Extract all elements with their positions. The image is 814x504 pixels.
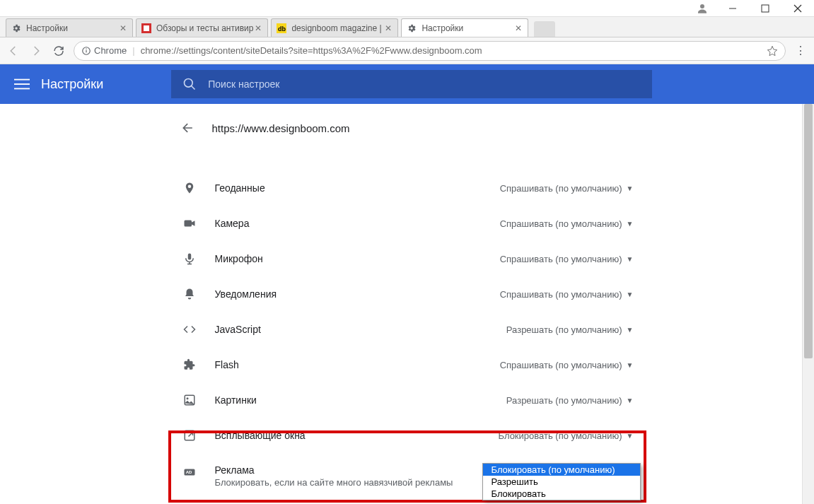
tab-title: Обзоры и тесты антивир: [156, 23, 253, 33]
nav-reload-button[interactable]: [51, 43, 66, 59]
svg-point-0: [700, 4, 704, 8]
perm-label: Картинки: [215, 394, 506, 406]
tab-close-icon[interactable]: ✕: [383, 23, 393, 33]
perm-row-flash: Flash Спрашивать (по умолчанию)▼: [167, 347, 648, 382]
perm-row-camera: Камера Спрашивать (по умолчанию)▼: [167, 206, 648, 241]
chevron-down-icon: ▼: [627, 184, 634, 192]
svg-rect-17: [184, 221, 192, 227]
chevron-down-icon: ▼: [627, 291, 634, 298]
chevron-down-icon: ▼: [627, 397, 634, 404]
perm-select-javascript[interactable]: Разрешать (по умолчанию)▼: [506, 324, 634, 335]
perm-label: Реклама: [215, 464, 499, 476]
tab-close-icon[interactable]: ✕: [118, 23, 128, 33]
ad-icon: AD: [181, 466, 198, 479]
svg-line-16: [192, 86, 195, 90]
window-maximize-button[interactable]: [749, 0, 781, 17]
svg-text:AD: AD: [185, 470, 192, 474]
gear-icon: [406, 23, 417, 34]
location-icon: [181, 182, 198, 194]
perm-row-popups: Всплывающие окна Блокировать (по умолчан…: [167, 418, 648, 453]
dropdown-option[interactable]: Блокировать: [483, 488, 640, 500]
svg-rect-6: [144, 25, 149, 31]
bell-icon: [181, 288, 198, 300]
scrollbar-thumb[interactable]: [804, 104, 813, 358]
settings-search-input[interactable]: [208, 78, 641, 90]
omnibox[interactable]: Chrome | chrome://settings/content/siteD…: [74, 41, 786, 61]
svg-text:db: db: [278, 25, 286, 33]
user-account-icon[interactable]: [688, 0, 716, 17]
perm-row-geolocation: Геоданные Спрашивать (по умолчанию)▼: [167, 170, 648, 206]
popup-icon: [181, 429, 198, 442]
back-arrow-icon[interactable]: [181, 121, 195, 135]
svg-rect-10: [86, 49, 86, 52]
chevron-down-icon: ▼: [627, 326, 634, 334]
perm-select-dropdown[interactable]: Блокировать (по умолчанию) Разрешить Бло…: [482, 463, 641, 500]
puzzle-icon: [181, 358, 198, 371]
site-details-card: https://www.designboom.com Геоданные Спр…: [167, 104, 648, 504]
tab-title: designboom magazine |: [291, 23, 383, 33]
perm-label: JavaScript: [215, 324, 506, 335]
dropdown-option[interactable]: Блокировать (по умолчанию): [483, 464, 640, 476]
tab-close-icon[interactable]: ✕: [513, 23, 523, 33]
site-info-icon[interactable]: Chrome: [81, 45, 127, 56]
nav-forward-button[interactable]: [28, 43, 44, 59]
dropdown-option[interactable]: Разрешить: [483, 476, 640, 488]
perm-select-popups[interactable]: Блокировать (по умолчанию)▼: [499, 430, 634, 441]
window-close-button[interactable]: [781, 0, 814, 17]
settings-search-box[interactable]: [171, 70, 652, 98]
secure-label: Chrome: [94, 45, 127, 56]
browser-tab-active[interactable]: Настройки ✕: [401, 18, 528, 37]
svg-point-15: [185, 79, 193, 88]
site-favicon-icon: [141, 23, 152, 34]
tab-title: Настройки: [26, 23, 118, 33]
site-header-row: https://www.designboom.com: [167, 117, 648, 149]
browser-tab[interactable]: Настройки ✕: [6, 18, 133, 37]
svg-rect-12: [14, 79, 30, 81]
window-titlebar: [0, 0, 814, 17]
perm-label: Flash: [215, 359, 500, 370]
url-text: chrome://settings/content/siteDetails?si…: [141, 45, 761, 56]
svg-rect-13: [14, 83, 30, 85]
svg-point-20: [186, 397, 188, 399]
nav-back-button[interactable]: [6, 43, 21, 59]
settings-header: Настройки: [0, 64, 814, 104]
content-scrollbar[interactable]: [802, 104, 814, 504]
perm-label: Микрофон: [215, 253, 500, 264]
bookmark-star-icon[interactable]: [767, 45, 778, 57]
gear-icon: [11, 23, 22, 34]
perm-select-flash[interactable]: Спрашивать (по умолчанию)▼: [500, 360, 634, 370]
site-url-label: https://www.designboom.com: [212, 122, 350, 134]
window-minimize-button[interactable]: [716, 0, 749, 17]
perm-row-images: Картинки Разрешать (по умолчанию)▼: [167, 382, 648, 418]
chevron-down-icon: ▼: [627, 432, 634, 440]
perm-select-microphone[interactable]: Спрашивать (по умолчанию)▼: [500, 254, 634, 264]
perm-select-images[interactable]: Разрешать (по умолчанию)▼: [506, 395, 634, 406]
site-favicon-icon: db: [276, 23, 287, 34]
browser-menu-button[interactable]: ⋮: [793, 44, 808, 57]
svg-rect-2: [762, 5, 769, 12]
perm-select-notifications[interactable]: Спрашивать (по умолчанию)▼: [500, 289, 634, 300]
svg-rect-11: [86, 48, 86, 49]
browser-tab[interactable]: db designboom magazine | ✕: [271, 18, 398, 37]
browser-tabstrip: Настройки ✕ Обзоры и тесты антивир ✕ db …: [0, 17, 814, 37]
chevron-down-icon: ▼: [627, 255, 634, 263]
perm-select-camera[interactable]: Спрашивать (по умолчанию)▼: [500, 218, 634, 229]
tab-close-icon[interactable]: ✕: [253, 23, 263, 33]
perm-label: Камера: [215, 218, 500, 229]
mic-icon: [181, 252, 198, 265]
browser-tab[interactable]: Обзоры и тесты антивир ✕: [136, 18, 268, 37]
perm-sublabel: Блокировать, если на сайте много навязчи…: [215, 477, 499, 488]
new-tab-button[interactable]: [534, 21, 555, 37]
search-icon: [182, 77, 197, 91]
perm-select-geolocation[interactable]: Спрашивать (по умолчанию)▼: [500, 183, 634, 194]
perm-label: Всплывающие окна: [215, 430, 499, 441]
svg-rect-18: [187, 254, 191, 260]
camera-icon: [181, 217, 198, 230]
perm-row-javascript: JavaScript Разрешать (по умолчанию)▼: [167, 312, 648, 347]
hamburger-menu-icon[interactable]: [14, 76, 30, 92]
browser-address-bar: Chrome | chrome://settings/content/siteD…: [0, 37, 814, 64]
chevron-down-icon: ▼: [627, 220, 634, 228]
tab-title: Настройки: [421, 23, 513, 33]
perm-row-microphone: Микрофон Спрашивать (по умолчанию)▼: [167, 241, 648, 276]
settings-content-area: https://www.designboom.com Геоданные Спр…: [0, 104, 814, 504]
